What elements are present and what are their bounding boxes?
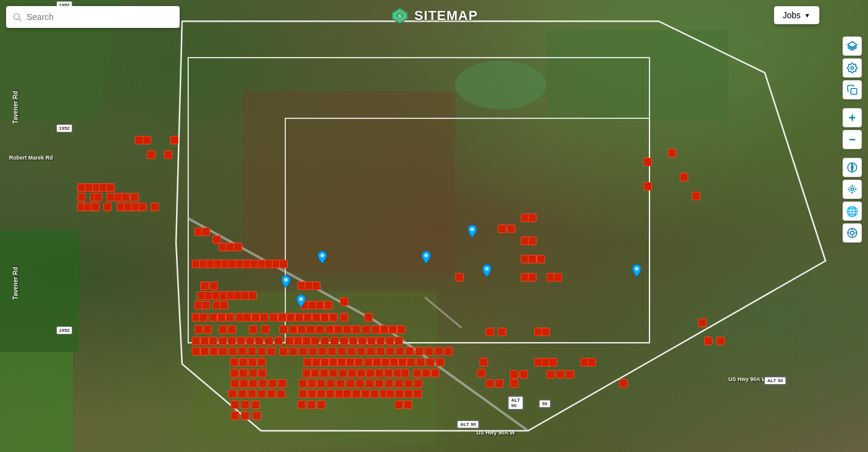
red-marker-113[interactable]: [255, 337, 263, 345]
red-marker-215[interactable]: [414, 379, 422, 388]
red-marker-286[interactable]: [716, 337, 725, 345]
red-marker-59[interactable]: [202, 301, 210, 309]
red-marker-121[interactable]: [330, 337, 339, 345]
red-marker-64[interactable]: [316, 301, 324, 309]
red-marker-172[interactable]: [407, 358, 415, 366]
red-marker-87[interactable]: [203, 325, 212, 334]
red-marker-106[interactable]: [192, 337, 200, 345]
globe-button[interactable]: 🌐: [843, 201, 862, 221]
red-marker-152[interactable]: [415, 347, 424, 356]
red-marker-150[interactable]: [396, 347, 404, 356]
red-marker-156[interactable]: [230, 358, 239, 366]
red-marker-4[interactable]: [164, 150, 172, 159]
red-marker-118[interactable]: [302, 337, 311, 345]
red-marker-161[interactable]: [312, 358, 320, 366]
red-marker-115[interactable]: [274, 337, 283, 345]
blue-pin-0[interactable]: [467, 224, 478, 238]
red-marker-219[interactable]: [248, 390, 256, 398]
red-marker-239[interactable]: [251, 400, 260, 409]
red-marker-282[interactable]: [680, 173, 688, 181]
red-marker-143[interactable]: [328, 347, 336, 356]
red-marker-20[interactable]: [103, 203, 112, 211]
red-marker-46[interactable]: [209, 282, 218, 290]
red-marker-204[interactable]: [308, 379, 316, 388]
red-marker-248[interactable]: [455, 273, 464, 282]
red-marker-223[interactable]: [299, 390, 307, 398]
red-marker-160[interactable]: [303, 358, 312, 366]
red-marker-157[interactable]: [239, 358, 248, 366]
red-marker-69[interactable]: [209, 313, 217, 322]
red-marker-245[interactable]: [231, 411, 239, 420]
red-marker-131[interactable]: [209, 347, 218, 356]
red-marker-112[interactable]: [246, 337, 254, 345]
red-marker-155[interactable]: [444, 347, 453, 356]
red-marker-233[interactable]: [386, 390, 395, 398]
red-marker-13[interactable]: [106, 193, 115, 201]
red-marker-144[interactable]: [337, 347, 346, 356]
red-marker-89[interactable]: [228, 325, 236, 334]
red-marker-238[interactable]: [241, 400, 249, 409]
red-marker-185[interactable]: [339, 369, 347, 377]
red-marker-240[interactable]: [297, 400, 306, 409]
red-marker-84[interactable]: [340, 313, 348, 322]
red-marker-138[interactable]: [279, 347, 288, 356]
red-marker-44[interactable]: [279, 260, 288, 268]
red-marker-145[interactable]: [347, 347, 356, 356]
red-marker-259[interactable]: [528, 273, 537, 282]
red-marker-126[interactable]: [376, 337, 385, 345]
red-marker-228[interactable]: [343, 390, 351, 398]
red-marker-173[interactable]: [416, 358, 425, 366]
red-marker-264[interactable]: [486, 328, 494, 336]
blue-pin-4[interactable]: [481, 264, 492, 277]
red-marker-133[interactable]: [228, 347, 237, 356]
red-marker-149[interactable]: [386, 347, 395, 356]
layers-button[interactable]: [843, 36, 862, 56]
red-marker-280[interactable]: [643, 182, 652, 191]
red-marker-78[interactable]: [287, 313, 295, 322]
red-marker-140[interactable]: [299, 347, 307, 356]
red-marker-101[interactable]: [362, 325, 370, 334]
blue-pin-3[interactable]: [280, 275, 291, 288]
red-marker-227[interactable]: [335, 390, 344, 398]
red-marker-159[interactable]: [257, 358, 266, 366]
red-marker-221[interactable]: [267, 390, 276, 398]
red-marker-212[interactable]: [385, 379, 393, 388]
red-marker-107[interactable]: [200, 337, 209, 345]
red-marker-116[interactable]: [285, 337, 294, 345]
search-input[interactable]: [27, 12, 174, 22]
red-marker-30[interactable]: [226, 243, 234, 251]
red-marker-25[interactable]: [151, 203, 159, 211]
red-marker-179[interactable]: [249, 369, 257, 377]
red-marker-211[interactable]: [375, 379, 384, 388]
red-marker-180[interactable]: [258, 369, 266, 377]
red-marker-199[interactable]: [249, 379, 257, 388]
red-marker-176[interactable]: [480, 358, 488, 366]
red-marker-70[interactable]: [217, 313, 226, 322]
red-marker-81[interactable]: [312, 313, 320, 322]
red-marker-274[interactable]: [486, 379, 494, 388]
red-marker-83[interactable]: [329, 313, 337, 322]
red-marker-183[interactable]: [320, 369, 328, 377]
red-marker-261[interactable]: [554, 273, 562, 282]
red-marker-231[interactable]: [370, 390, 379, 398]
red-marker-134[interactable]: [238, 347, 246, 356]
red-marker-275[interactable]: [495, 379, 504, 388]
red-marker-114[interactable]: [265, 337, 273, 345]
red-marker-230[interactable]: [361, 390, 370, 398]
red-marker-80[interactable]: [303, 313, 312, 322]
red-marker-108[interactable]: [209, 337, 217, 345]
red-marker-128[interactable]: [395, 337, 403, 345]
blue-pin-5[interactable]: [296, 294, 307, 308]
red-marker-90[interactable]: [249, 325, 257, 334]
red-marker-193[interactable]: [413, 369, 421, 377]
red-marker-210[interactable]: [365, 379, 374, 388]
red-marker-270[interactable]: [520, 370, 528, 379]
red-marker-181[interactable]: [302, 369, 311, 377]
red-marker-63[interactable]: [308, 301, 316, 309]
red-marker-88[interactable]: [219, 325, 227, 334]
red-marker-92[interactable]: [279, 325, 288, 334]
red-marker-174[interactable]: [426, 358, 435, 366]
red-marker-27[interactable]: [202, 228, 210, 236]
red-marker-98[interactable]: [334, 325, 342, 334]
red-marker-102[interactable]: [371, 325, 380, 334]
